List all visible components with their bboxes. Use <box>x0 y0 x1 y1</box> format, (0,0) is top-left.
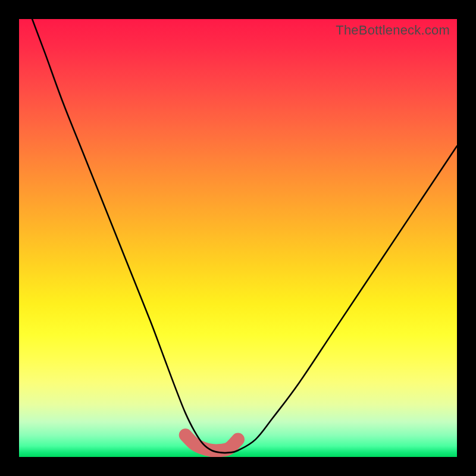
chart-frame: TheBottleneck.com <box>0 0 476 476</box>
highlight-band-path <box>186 435 238 450</box>
curve-layer <box>19 19 457 457</box>
bottleneck-curve-path <box>32 19 457 453</box>
plot-area: TheBottleneck.com <box>19 19 457 457</box>
